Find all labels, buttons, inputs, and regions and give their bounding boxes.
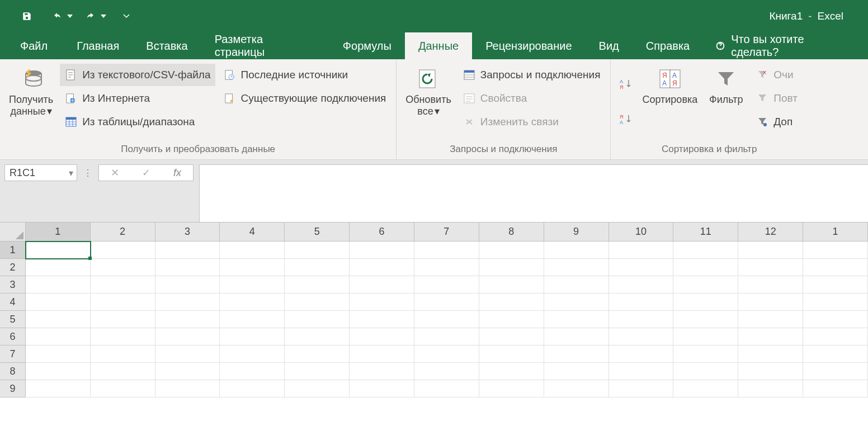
- name-box-input[interactable]: [5, 167, 65, 179]
- cell[interactable]: [285, 242, 350, 259]
- cell[interactable]: [609, 363, 674, 380]
- cell[interactable]: [673, 294, 738, 311]
- cell[interactable]: [544, 276, 609, 294]
- cell[interactable]: [155, 363, 220, 380]
- cell[interactable]: [285, 276, 350, 294]
- cell[interactable]: [803, 345, 868, 363]
- cell[interactable]: [479, 259, 544, 276]
- tab-pagelayout[interactable]: Разметка страницы: [201, 32, 329, 59]
- queries-connections-button[interactable]: Запросы и подключения: [458, 64, 605, 86]
- save-button[interactable]: [18, 7, 36, 25]
- cell[interactable]: [414, 363, 479, 380]
- row-header[interactable]: 5: [0, 311, 26, 328]
- existing-connections-button[interactable]: Существующие подключения: [219, 87, 391, 110]
- cell[interactable]: [220, 363, 285, 380]
- cell[interactable]: [479, 311, 544, 328]
- cell[interactable]: [285, 294, 350, 311]
- cell[interactable]: [673, 242, 738, 259]
- cell[interactable]: [544, 311, 609, 328]
- formula-bar-expand[interactable]: ⋮: [83, 164, 93, 181]
- column-header[interactable]: 1: [803, 223, 868, 241]
- cell[interactable]: [91, 380, 155, 397]
- cell[interactable]: [609, 259, 674, 276]
- cell[interactable]: [285, 311, 350, 328]
- cell[interactable]: [738, 259, 803, 276]
- cell[interactable]: [26, 242, 91, 259]
- cell[interactable]: [91, 276, 155, 294]
- cell[interactable]: [673, 380, 738, 397]
- cell[interactable]: [220, 259, 285, 276]
- cell[interactable]: [91, 242, 155, 259]
- row-header[interactable]: 8: [0, 363, 26, 380]
- column-header[interactable]: 4: [220, 223, 285, 241]
- cell[interactable]: [803, 363, 868, 380]
- cell[interactable]: [738, 363, 803, 380]
- name-box-dropdown[interactable]: ▾: [65, 168, 77, 178]
- select-all-button[interactable]: [0, 223, 26, 241]
- cell[interactable]: [26, 328, 91, 345]
- cell[interactable]: [350, 259, 414, 276]
- qat-customize[interactable]: [117, 7, 135, 25]
- cell[interactable]: [91, 311, 155, 328]
- cell[interactable]: [155, 328, 220, 345]
- cell[interactable]: [26, 311, 91, 328]
- tab-formulas[interactable]: Формулы: [329, 32, 405, 59]
- cell[interactable]: [155, 276, 220, 294]
- cell[interactable]: [609, 294, 674, 311]
- redo-dropdown[interactable]: [100, 15, 107, 18]
- cell[interactable]: [738, 328, 803, 345]
- cell[interactable]: [673, 311, 738, 328]
- cell[interactable]: [738, 311, 803, 328]
- get-data-button[interactable]: Получить данные▾: [6, 64, 56, 141]
- cell[interactable]: [285, 380, 350, 397]
- row-header[interactable]: 3: [0, 276, 26, 294]
- cell[interactable]: [609, 242, 674, 259]
- column-header[interactable]: 8: [479, 223, 544, 241]
- cell[interactable]: [285, 363, 350, 380]
- cell[interactable]: [609, 276, 674, 294]
- cell[interactable]: [155, 380, 220, 397]
- cell[interactable]: [544, 345, 609, 363]
- cell[interactable]: [26, 276, 91, 294]
- cell[interactable]: [673, 345, 738, 363]
- cell[interactable]: [220, 380, 285, 397]
- cell[interactable]: [479, 363, 544, 380]
- cell[interactable]: [155, 294, 220, 311]
- cell[interactable]: [155, 242, 220, 259]
- column-header[interactable]: 5: [285, 223, 350, 241]
- cell[interactable]: [479, 294, 544, 311]
- cell[interactable]: [609, 380, 674, 397]
- cell[interactable]: [414, 276, 479, 294]
- cell[interactable]: [803, 328, 868, 345]
- row-header[interactable]: 9: [0, 380, 26, 397]
- cell[interactable]: [350, 380, 414, 397]
- cell[interactable]: [91, 328, 155, 345]
- from-csv-button[interactable]: Из текстового/CSV-файла: [60, 64, 215, 86]
- column-header[interactable]: 1: [26, 223, 91, 241]
- undo-button[interactable]: [48, 7, 66, 25]
- cell[interactable]: [544, 328, 609, 345]
- cell[interactable]: [285, 328, 350, 345]
- from-internet-button[interactable]: Из Интернета: [60, 87, 215, 110]
- cell[interactable]: [285, 345, 350, 363]
- cell[interactable]: [803, 242, 868, 259]
- cell[interactable]: [738, 380, 803, 397]
- cell[interactable]: [673, 276, 738, 294]
- cell[interactable]: [155, 311, 220, 328]
- row-header[interactable]: 4: [0, 294, 26, 311]
- cell[interactable]: [155, 345, 220, 363]
- cell[interactable]: [220, 276, 285, 294]
- cell[interactable]: [803, 276, 868, 294]
- cell[interactable]: [414, 259, 479, 276]
- tab-data[interactable]: Данные: [405, 32, 472, 59]
- cell[interactable]: [479, 380, 544, 397]
- cell[interactable]: [738, 242, 803, 259]
- tab-insert[interactable]: Вставка: [133, 32, 201, 59]
- cell[interactable]: [479, 242, 544, 259]
- advanced-filter-button[interactable]: Доп: [751, 111, 802, 133]
- name-box[interactable]: ▾: [4, 164, 77, 181]
- cell[interactable]: [414, 242, 479, 259]
- recent-sources-button[interactable]: Последние источники: [219, 64, 391, 86]
- cell[interactable]: [479, 328, 544, 345]
- formula-input[interactable]: [199, 164, 868, 223]
